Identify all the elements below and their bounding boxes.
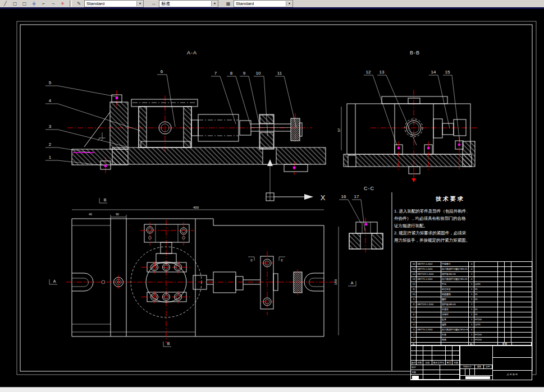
callout-3: 3	[49, 124, 52, 129]
chevron-down-icon[interactable]: ▼	[136, 1, 143, 6]
table-style-value: Standard	[234, 1, 254, 6]
tech-req-line: 2. 规定拧紧力矩要求的紧固件，必须采	[394, 229, 534, 237]
status-bar	[0, 387, 544, 392]
section-label-cc: C-C	[364, 186, 374, 191]
tb-label: 重量	[475, 365, 484, 368]
bom-row: 2支座1HT200	[411, 333, 532, 338]
table-style-group: ▦ Standard ▼	[224, 0, 293, 7]
technical-requirements: 技术要求 1. 进入装配的零件及部件（包括外购件、 外协件），均必须具有检验部门…	[394, 195, 534, 244]
dim-linear-icon[interactable]: ╱	[1, 0, 10, 7]
dim-40: 40	[89, 213, 92, 216]
bom-row: 4端盖1Q235	[411, 322, 532, 328]
callout-16: 16	[341, 194, 346, 199]
bom-row: 16GB/T97.1-2002平垫圈 84	[411, 262, 532, 267]
sign-row: 设计	[411, 365, 460, 370]
tb-label: 签字	[446, 361, 452, 365]
toolbar: ╱ ▢ ▢ ╪ ⌐ ¬ ✳ ✎ Standard ▼ ↔ 标准 ▼ ▦ Stan…	[0, 0, 544, 7]
tb-label: 处数	[417, 361, 423, 365]
bom-row: 9螺杆145	[411, 297, 532, 302]
section-label-bb: B-B	[410, 50, 420, 56]
cad-application-window: ╱ ▢ ▢ ╪ ⌐ ¬ ✳ ✎ Standard ▼ ↔ 标准 ▼ ▦ Stan…	[0, 0, 544, 392]
chevron-down-icon[interactable]: ▼	[211, 1, 218, 6]
section-mark-c-left: c	[250, 258, 253, 262]
revision-grid	[411, 346, 460, 361]
view-section-aa: A-A	[45, 50, 326, 202]
callout-2: 2	[49, 142, 52, 147]
callout-6: 6	[161, 69, 163, 74]
text-style-group: ✎ Standard ▼	[75, 0, 144, 7]
tb-label: 审核	[411, 370, 423, 375]
tolerance-icon[interactable]: ⌐	[39, 0, 48, 7]
table-style-combo[interactable]: Standard ▼	[234, 0, 293, 7]
section-mark-b-top: B	[104, 198, 107, 202]
dim-style-value: 标准	[159, 1, 170, 7]
callout-4: 4	[49, 98, 52, 103]
revision-header-row: 标记 处数 分区 更改文件号 签字 日期	[411, 361, 460, 365]
callouts-cc: 16 17	[339, 194, 365, 231]
bom-row: 5缸体1HT200	[411, 317, 532, 322]
highlighted-drawing-number	[465, 376, 490, 379]
title-block-revision-area: 标记 处数 分区 更改文件号 签字 日期 设计 审核 工艺	[411, 346, 460, 380]
title-block-name-area: 共 张 第 张	[492, 346, 532, 380]
bom-row: 14GB/T119.1-2000圆柱销 A6×302	[411, 272, 532, 277]
tb-label: 设计	[411, 365, 423, 370]
sign-row: 审核	[411, 370, 460, 375]
dim-baseline-icon[interactable]: ▢	[11, 0, 19, 7]
tb-label: 日期	[452, 361, 460, 365]
table-style-icon[interactable]: ▦	[224, 0, 232, 7]
callout-17: 17	[354, 194, 359, 199]
text-style-icon[interactable]: ✎	[75, 0, 83, 7]
view-section-cc: C-C 16 17	[339, 186, 383, 252]
dim-bb-height: 57	[337, 128, 341, 132]
tech-req-line: 证方能进行装配。	[394, 222, 534, 229]
dim-90: 90	[116, 213, 119, 216]
chevron-down-icon[interactable]: ▼	[286, 1, 292, 6]
callout-15: 15	[445, 70, 450, 75]
tech-req-title: 技术要求	[394, 195, 506, 203]
center-mark-icon[interactable]: ¬	[49, 0, 57, 7]
highlighted-cell	[412, 376, 419, 379]
view-plan: 400 180 40 90	[49, 198, 356, 347]
dim-style-icon[interactable]: ↔	[149, 0, 158, 7]
section-mark-c-right: c	[281, 258, 283, 262]
section-mark-a-right: A	[351, 281, 354, 285]
callout-12: 12	[366, 70, 371, 75]
tb-label: 比例	[484, 365, 492, 368]
tb-label: 分区	[423, 361, 432, 365]
tb-label: 阶段标记	[460, 365, 475, 368]
callout-13: 13	[380, 70, 385, 75]
bom-row: 12手轮1Q235	[411, 282, 532, 287]
title-block-stage-area: 阶段标记 重量 比例	[460, 346, 492, 380]
callout-11: 11	[277, 71, 282, 76]
dim-style-combo[interactable]: 标准 ▼	[159, 0, 218, 7]
callout-10: 10	[256, 71, 261, 76]
callout-9: 9	[243, 71, 246, 76]
section-label-aa: A-A	[187, 50, 197, 56]
bom-row: 11定位支架145	[411, 287, 532, 292]
tb-label: 标记	[411, 361, 417, 365]
bom-row: 1底座1HT200	[411, 338, 532, 343]
drawing-canvas[interactable]: A-A	[0, 9, 544, 387]
sheet-count: 共 张 第 张	[493, 371, 532, 379]
section-mark-b-bottom: B	[167, 342, 170, 345]
dim-edit-icon[interactable]: ✳	[58, 0, 67, 7]
callouts-bb: 12 13 14 15	[364, 70, 460, 145]
tech-req-line: 用力矩扳手，并按规定的拧紧力矩紧固。	[394, 237, 534, 244]
callout-5: 5	[49, 80, 52, 85]
bom-row: 7支撑块145	[411, 307, 532, 312]
callout-1: 1	[49, 155, 52, 160]
view-section-bb: B-B	[337, 50, 478, 182]
bom-row: 10锁紧螺母145	[411, 292, 532, 297]
section-mark-a-left: A	[53, 279, 56, 283]
callout-7: 7	[214, 71, 217, 76]
callout-14: 14	[431, 70, 436, 75]
dim-continue-icon[interactable]: ▢	[20, 0, 29, 7]
bom-row: 3GB/T70.1-2000内六角圆柱头螺钉 M10×304	[411, 328, 532, 333]
dim-style-group: ↔ 标准 ▼	[149, 0, 218, 7]
tb-label: 更改文件号	[432, 361, 446, 365]
bom-row: 13GB/T70.1-2000内六角圆柱头螺钉 M6×204	[411, 277, 532, 282]
bom-table: 16GB/T97.1-2002平垫圈 8415GB/T70.1-2000内六角圆…	[410, 261, 532, 345]
text-style-combo[interactable]: Standard ▼	[84, 0, 144, 7]
bom-row: 6活塞杆145	[411, 312, 532, 317]
quick-dim-icon[interactable]: ╪	[30, 0, 38, 7]
